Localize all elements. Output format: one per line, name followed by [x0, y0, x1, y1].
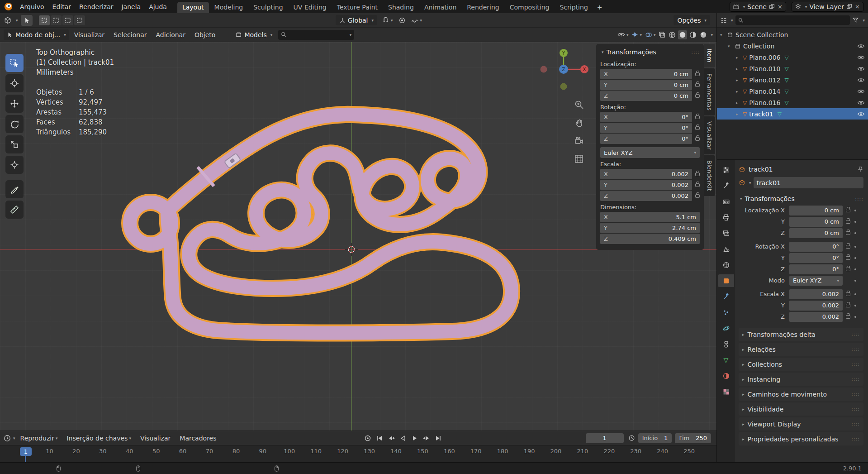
- xray-toggle-icon[interactable]: [658, 30, 666, 39]
- toggle-grid-icon[interactable]: [573, 153, 585, 165]
- options-dropdown[interactable]: Opções ▾: [674, 15, 710, 25]
- animate-dot-icon[interactable]: [854, 293, 856, 295]
- expand-caret-icon[interactable]: ▸: [736, 89, 743, 94]
- section-viewport-display[interactable]: ▸Viewport Display::::: [739, 417, 863, 431]
- visibility-eye-icon[interactable]: [857, 111, 865, 117]
- lock-icon[interactable]: [846, 245, 850, 249]
- rotation-mode-dropdown[interactable]: Euler XYZ▾: [600, 147, 700, 158]
- viewport-search-input[interactable]: ▾: [278, 30, 354, 40]
- rotation-z-field[interactable]: Z0°: [600, 134, 692, 144]
- visibility-eye-icon[interactable]: [857, 43, 865, 49]
- jump-to-end-button[interactable]: [433, 433, 444, 443]
- lock-icon[interactable]: [846, 292, 850, 296]
- select-mode-invert-button[interactable]: [74, 15, 85, 25]
- object-cube-icon[interactable]: [739, 179, 745, 186]
- menu-selecionar[interactable]: Selecionar: [109, 30, 151, 40]
- menu-arquivo[interactable]: Arquivo: [16, 2, 48, 12]
- panel-grip-icon[interactable]: ::::: [691, 49, 700, 55]
- animate-dot-icon[interactable]: [854, 257, 856, 259]
- pan-hand-icon[interactable]: [573, 116, 585, 129]
- lock-icon[interactable]: [695, 172, 700, 176]
- section-motion-paths[interactable]: ▸Caminhos de movimento::::: [739, 388, 863, 401]
- tab-constraints[interactable]: [719, 338, 733, 350]
- tab-material[interactable]: [719, 369, 733, 382]
- jump-to-start-button[interactable]: [374, 433, 385, 443]
- section-custom-properties[interactable]: ▸Propriedades personalizadas::::: [739, 432, 863, 445]
- menu-visualizar-timeline[interactable]: Visualizar: [136, 433, 175, 443]
- current-frame-marker[interactable]: 1: [20, 447, 32, 456]
- transform-orientation-dropdown[interactable]: Global ▾: [336, 15, 377, 25]
- lock-icon[interactable]: [695, 115, 700, 119]
- menu-visualizar[interactable]: Visualizar: [70, 30, 109, 40]
- visibility-eye-icon[interactable]: [857, 100, 865, 105]
- sidebar-tab-ferramentas[interactable]: Ferramentas: [704, 68, 715, 115]
- lock-icon[interactable]: [846, 268, 850, 271]
- workspace-tab-modeling[interactable]: Modeling: [209, 2, 248, 13]
- workspace-tab-shading[interactable]: Shading: [383, 2, 419, 13]
- mode-dropdown[interactable]: Modo de obj... ▾: [4, 29, 69, 40]
- animate-dot-icon[interactable]: [854, 268, 856, 270]
- visibility-eye-icon[interactable]: [857, 89, 865, 94]
- view-layer-selector[interactable]: ▾ View Layer ×: [792, 2, 863, 12]
- lock-icon[interactable]: [695, 137, 700, 141]
- transform-panel-header[interactable]: ▾ Transformações ::::: [739, 193, 863, 205]
- expand-caret-icon[interactable]: ▾: [720, 33, 727, 37]
- scale-x-field[interactable]: X0.002: [600, 169, 692, 179]
- animate-dot-icon[interactable]: [854, 305, 856, 306]
- object-name-field[interactable]: track01: [754, 177, 863, 188]
- outliner-row-object-selected[interactable]: ▸ ▽ track01 ▽: [717, 108, 868, 120]
- sidebar-tab-blenderkit[interactable]: BlenderKit: [704, 155, 715, 196]
- location-z-field[interactable]: Z0 cm: [600, 91, 692, 101]
- workspace-tab-rendering[interactable]: Rendering: [462, 2, 504, 13]
- outliner-row-object[interactable]: ▸ ▽ Plano.006 ▽: [717, 52, 868, 63]
- rotation-y-field[interactable]: Y0°: [600, 123, 692, 133]
- rotate-tool-button[interactable]: [5, 115, 24, 133]
- animate-dot-icon[interactable]: [854, 221, 856, 223]
- tab-output[interactable]: [719, 211, 733, 224]
- section-visibility[interactable]: ▸Visibilidade::::: [739, 402, 863, 416]
- prop-location-x-field[interactable]: 0 cm: [789, 206, 843, 215]
- lock-icon[interactable]: [846, 220, 850, 224]
- tab-physics[interactable]: [719, 322, 733, 335]
- timeline-ruler[interactable]: 1020304050607080901001101201301401501601…: [0, 445, 716, 462]
- jump-next-keyframe-button[interactable]: [421, 433, 432, 443]
- prop-scale-z-field[interactable]: 0.002: [789, 312, 843, 322]
- animate-dot-icon[interactable]: [854, 246, 856, 248]
- outliner-editor-icon[interactable]: [720, 17, 727, 24]
- frame-start-field[interactable]: Início 1: [638, 433, 672, 443]
- tab-modifiers[interactable]: [719, 290, 733, 303]
- new-scene-icon[interactable]: [769, 4, 775, 10]
- outliner-row-object[interactable]: ▸ ▽ Plano.010 ▽: [717, 63, 868, 74]
- tab-texture[interactable]: [719, 385, 733, 398]
- lock-icon[interactable]: [846, 256, 850, 260]
- menu-insercao-de-chaves[interactable]: Inserção de chaves▾: [62, 433, 135, 443]
- show-gizmo-icon[interactable]: ▾: [631, 30, 643, 39]
- tab-scene[interactable]: [719, 243, 733, 255]
- section-transform-delta[interactable]: ▸Transformações delta::::: [739, 328, 863, 341]
- show-overlays-icon[interactable]: ▾: [644, 31, 657, 39]
- add-workspace-button[interactable]: +: [593, 2, 606, 13]
- section-relations[interactable]: ▸Relações::::: [739, 343, 863, 356]
- workspace-tab-compositing[interactable]: Compositing: [505, 2, 555, 13]
- snap-magnet-icon[interactable]: ▾: [381, 15, 394, 25]
- prop-location-y-field[interactable]: 0 cm: [789, 217, 843, 227]
- measure-tool-button[interactable]: [5, 201, 24, 219]
- menu-janela[interactable]: Janela: [117, 2, 145, 12]
- prop-scale-x-field[interactable]: 0.002: [789, 289, 843, 299]
- falloff-curve-icon[interactable]: ▾: [410, 16, 423, 24]
- tab-view-layer[interactable]: [719, 227, 733, 239]
- lock-icon[interactable]: [695, 183, 700, 187]
- expand-caret-icon[interactable]: ▸: [736, 78, 743, 82]
- scene-selector[interactable]: ▾ Scene ×: [730, 2, 786, 12]
- expand-caret-icon[interactable]: ▸: [736, 101, 743, 105]
- visibility-eye-icon[interactable]: [857, 66, 865, 72]
- dimension-x-field[interactable]: X5.1 cm: [600, 212, 700, 222]
- axis-minus-x-ball[interactable]: [541, 66, 547, 73]
- sidebar-tab-visualizar[interactable]: Visualizar: [704, 116, 715, 155]
- proportional-editing-icon[interactable]: [398, 16, 407, 25]
- blender-logo-icon[interactable]: [4, 2, 13, 11]
- section-collections[interactable]: ▸Collections::::: [739, 358, 863, 371]
- unlink-scene-icon[interactable]: ×: [777, 3, 783, 10]
- shading-rendered-icon[interactable]: [699, 30, 708, 39]
- object-visibility-icon[interactable]: ▾: [617, 31, 630, 38]
